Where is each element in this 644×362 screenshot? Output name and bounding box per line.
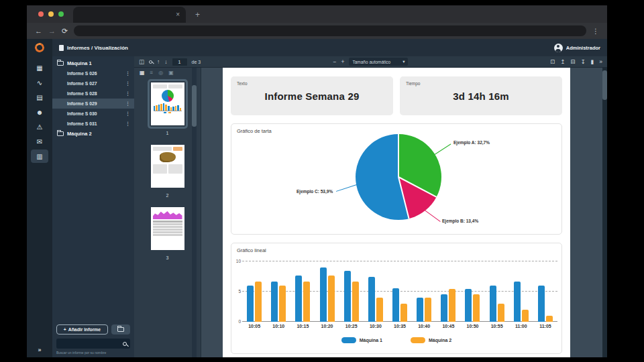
- report-search-box[interactable]: [56, 339, 130, 349]
- rail-item-analytics[interactable]: ∿: [31, 76, 48, 89]
- thumbnail-page-2[interactable]: [150, 143, 186, 189]
- pie-slice-label: Ejemplo C: 53,9%: [297, 189, 333, 194]
- bar-group: [388, 261, 412, 322]
- address-bar[interactable]: [74, 25, 586, 36]
- page-number-input[interactable]: [172, 58, 187, 66]
- previous-page-icon[interactable]: ↑: [157, 59, 160, 65]
- attachments-view-icon[interactable]: ◎: [158, 70, 163, 76]
- kebab-menu-icon[interactable]: ⋮: [125, 91, 130, 97]
- chevron-down-icon: ▾: [402, 59, 405, 64]
- pie-chart-card: Gráfico de tarta Ejemplo: [231, 123, 562, 235]
- kebab-menu-icon[interactable]: ⋮: [125, 111, 130, 117]
- pie-leader-line: [336, 184, 357, 192]
- tree-item-informe[interactable]: Informe S 030⋮: [52, 109, 134, 119]
- browser-menu-icon[interactable]: ⋮: [592, 27, 599, 35]
- search-input[interactable]: [60, 341, 123, 346]
- bar: [538, 286, 545, 322]
- x-tick-label: 10:25: [339, 324, 364, 328]
- document-scrollbar-thumb[interactable]: [602, 70, 607, 100]
- legend-swatch: [411, 337, 425, 343]
- new-tab-button[interactable]: +: [195, 10, 200, 19]
- pie-leader-line: [435, 143, 451, 155]
- bar-group: [436, 261, 460, 322]
- find-in-document-icon[interactable]: [149, 60, 152, 64]
- add-report-button[interactable]: +Añadir informe: [56, 324, 108, 335]
- tree-item-informe[interactable]: Informe S 026⋮: [52, 68, 134, 78]
- tab-close-icon[interactable]: ×: [176, 11, 180, 18]
- rail-item-messages[interactable]: ✉: [31, 135, 48, 148]
- x-tick-label: 10:30: [364, 324, 388, 328]
- y-tick-label: 0: [233, 319, 241, 324]
- stat-box-tiempo: Tiempo 3d 14h 16m: [400, 76, 562, 115]
- thumbnail-scrollbar-thumb[interactable]: [192, 85, 197, 127]
- zoom-mode-select[interactable]: Tamaño automático ▾: [349, 58, 408, 66]
- thumbnail-page-3[interactable]: [150, 206, 186, 251]
- maximize-window-button[interactable]: [58, 11, 64, 17]
- tree-item-informe[interactable]: Informe S 031⋮: [52, 119, 134, 129]
- zoom-in-icon[interactable]: +: [341, 59, 345, 65]
- plus-icon: +: [64, 327, 66, 332]
- kebab-menu-icon[interactable]: ⋮: [125, 101, 130, 107]
- tree-item-informe[interactable]: Informe S 027⋮: [52, 78, 134, 88]
- x-tick-label: 10:05: [242, 324, 266, 328]
- next-page-icon[interactable]: ↓: [164, 59, 167, 65]
- search-icon[interactable]: [123, 342, 127, 346]
- legend-label: Máquina 1: [360, 338, 382, 343]
- dashboard-icon: ▦: [36, 64, 42, 72]
- bar: [295, 276, 302, 322]
- thumbnail-page-1[interactable]: [150, 81, 186, 127]
- presentation-mode-icon[interactable]: ⊡: [550, 59, 555, 65]
- bar: [546, 316, 553, 322]
- close-window-button[interactable]: [38, 11, 44, 17]
- bar-group: [290, 261, 315, 322]
- pie-slice-label: Ejemplo A: 32,7%: [453, 140, 490, 145]
- tree-folder-maquina-1[interactable]: Máquina 1: [52, 58, 134, 68]
- thumbnail-panel: ▦ ≡ ◎ ▣: [134, 68, 201, 357]
- bar: [400, 304, 407, 322]
- pdf-toolbar: ◫ ↑ ↓ de 3 − + Tamaño automático: [134, 56, 607, 68]
- avatar: [554, 44, 563, 52]
- rail-item-documents[interactable]: ▤: [31, 90, 48, 104]
- rail-item-alerts[interactable]: ⚠: [31, 120, 48, 133]
- outline-view-icon[interactable]: ≡: [150, 70, 154, 76]
- more-tools-icon[interactable]: »: [599, 59, 602, 65]
- tree-item-informe-selected[interactable]: Informe S 029⋮: [52, 99, 134, 109]
- new-folder-button[interactable]: [111, 324, 130, 335]
- forward-icon[interactable]: →: [48, 27, 56, 35]
- x-tick-label: 11:05: [533, 324, 557, 328]
- toggle-sidebar-icon[interactable]: ◫: [139, 59, 144, 65]
- download-icon[interactable]: ↧: [580, 59, 585, 65]
- rail-item-dashboard[interactable]: ▦: [31, 61, 48, 74]
- bar: [392, 288, 399, 322]
- x-tick-label: 10:45: [436, 324, 460, 328]
- bar: [279, 286, 286, 322]
- tree-folder-maquina-2[interactable]: Máquina 2: [52, 129, 134, 139]
- minimize-window-button[interactable]: [48, 11, 54, 17]
- x-tick-label: 10:10: [266, 324, 290, 328]
- open-file-icon[interactable]: ↥: [560, 59, 565, 65]
- bookmark-icon[interactable]: ▮: [591, 59, 594, 65]
- kebab-menu-icon[interactable]: ⋮: [125, 71, 130, 76]
- bar: [425, 298, 431, 322]
- tree-item-informe[interactable]: Informe S 028⋮: [52, 88, 134, 99]
- folder-closed-icon: [57, 131, 64, 136]
- legend-label: Máquina 2: [429, 338, 451, 343]
- back-icon[interactable]: ←: [35, 27, 42, 35]
- user-menu[interactable]: Administrador: [554, 44, 600, 52]
- browser-tab[interactable]: ×: [73, 7, 186, 23]
- bar-group: [315, 261, 339, 322]
- expand-sidebar-icon[interactable]: »: [27, 347, 52, 353]
- bar: [247, 286, 254, 322]
- document-scrollbar-track[interactable]: [602, 68, 607, 357]
- rail-item-users[interactable]: ☻: [31, 105, 48, 119]
- kebab-menu-icon[interactable]: ⋮: [125, 121, 130, 127]
- zoom-out-icon[interactable]: −: [333, 59, 337, 65]
- bar: [473, 294, 480, 322]
- print-icon[interactable]: ⊟: [570, 59, 575, 65]
- reload-icon[interactable]: ⟳: [62, 27, 68, 35]
- search-hint: Buscar un informe por su nombre: [56, 351, 130, 355]
- kebab-menu-icon[interactable]: ⋮: [125, 81, 130, 86]
- layers-view-icon[interactable]: ▣: [168, 70, 174, 76]
- thumbnails-view-icon[interactable]: ▦: [140, 70, 145, 76]
- rail-item-reports[interactable]: ▥: [31, 149, 48, 163]
